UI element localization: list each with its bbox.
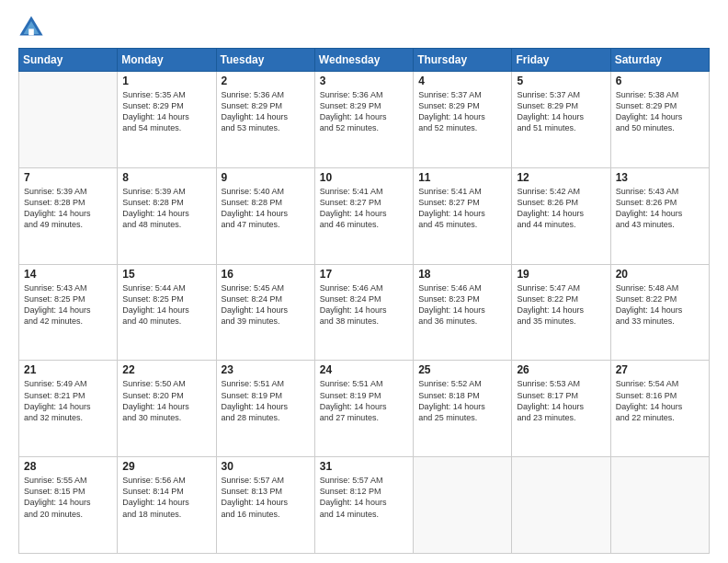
day-number: 15 [122, 268, 210, 281]
day-number: 11 [418, 171, 506, 184]
day-number: 20 [616, 268, 704, 281]
day-number: 29 [122, 460, 210, 473]
day-number: 31 [320, 460, 408, 473]
day-cell: 18Sunrise: 5:46 AM Sunset: 8:23 PM Dayli… [414, 264, 512, 361]
day-number: 4 [418, 75, 506, 87]
day-info: Sunrise: 5:43 AM Sunset: 8:26 PM Dayligh… [616, 186, 704, 231]
day-cell: 2Sunrise: 5:36 AM Sunset: 8:29 PM Daylig… [216, 72, 314, 168]
week-row-2: 14Sunrise: 5:43 AM Sunset: 8:25 PM Dayli… [19, 264, 710, 361]
day-cell: 1Sunrise: 5:35 AM Sunset: 8:29 PM Daylig… [118, 72, 216, 168]
page: SundayMondayTuesdayWednesdayThursdayFrid… [0, 0, 728, 563]
day-info: Sunrise: 5:37 AM Sunset: 8:29 PM Dayligh… [418, 89, 506, 134]
day-number: 10 [320, 171, 408, 184]
day-cell: 25Sunrise: 5:52 AM Sunset: 8:18 PM Dayli… [414, 361, 512, 457]
day-info: Sunrise: 5:41 AM Sunset: 8:27 PM Dayligh… [320, 186, 408, 231]
day-number: 23 [222, 363, 310, 376]
day-cell: 30Sunrise: 5:57 AM Sunset: 8:13 PM Dayli… [216, 457, 314, 554]
day-cell [19, 72, 118, 168]
day-cell: 3Sunrise: 5:36 AM Sunset: 8:29 PM Daylig… [314, 72, 413, 168]
day-cell: 5Sunrise: 5:37 AM Sunset: 8:29 PM Daylig… [512, 72, 610, 168]
week-row-1: 7Sunrise: 5:39 AM Sunset: 8:28 PM Daylig… [19, 167, 710, 264]
day-number: 16 [222, 268, 310, 281]
day-info: Sunrise: 5:51 AM Sunset: 8:19 PM Dayligh… [320, 378, 408, 423]
day-info: Sunrise: 5:56 AM Sunset: 8:14 PM Dayligh… [122, 475, 210, 520]
day-cell: 24Sunrise: 5:51 AM Sunset: 8:19 PM Dayli… [314, 361, 413, 457]
header-cell-friday: Friday [512, 49, 610, 72]
day-info: Sunrise: 5:36 AM Sunset: 8:29 PM Dayligh… [222, 89, 310, 134]
header-row: SundayMondayTuesdayWednesdayThursdayFrid… [19, 49, 710, 72]
day-number: 19 [517, 268, 605, 281]
day-info: Sunrise: 5:37 AM Sunset: 8:29 PM Dayligh… [517, 89, 605, 134]
day-cell: 13Sunrise: 5:43 AM Sunset: 8:26 PM Dayli… [610, 167, 709, 264]
day-number: 27 [616, 363, 704, 376]
day-info: Sunrise: 5:47 AM Sunset: 8:22 PM Dayligh… [517, 282, 605, 327]
day-info: Sunrise: 5:57 AM Sunset: 8:12 PM Dayligh… [320, 475, 408, 520]
day-info: Sunrise: 5:49 AM Sunset: 8:21 PM Dayligh… [24, 378, 112, 423]
day-number: 1 [122, 75, 210, 87]
day-info: Sunrise: 5:35 AM Sunset: 8:29 PM Dayligh… [122, 89, 210, 134]
day-number: 18 [418, 268, 506, 281]
day-cell: 23Sunrise: 5:51 AM Sunset: 8:19 PM Dayli… [216, 361, 314, 457]
day-number: 9 [222, 171, 310, 184]
day-cell: 7Sunrise: 5:39 AM Sunset: 8:28 PM Daylig… [19, 167, 118, 264]
calendar-body: 1Sunrise: 5:35 AM Sunset: 8:29 PM Daylig… [19, 72, 710, 554]
day-info: Sunrise: 5:53 AM Sunset: 8:17 PM Dayligh… [517, 378, 605, 423]
day-info: Sunrise: 5:44 AM Sunset: 8:25 PM Dayligh… [122, 282, 210, 327]
day-info: Sunrise: 5:55 AM Sunset: 8:15 PM Dayligh… [24, 475, 112, 520]
day-number: 30 [222, 460, 310, 473]
svg-rect-2 [28, 29, 34, 35]
day-cell: 12Sunrise: 5:42 AM Sunset: 8:26 PM Dayli… [512, 167, 610, 264]
header [18, 15, 710, 40]
day-info: Sunrise: 5:50 AM Sunset: 8:20 PM Dayligh… [122, 378, 210, 423]
week-row-0: 1Sunrise: 5:35 AM Sunset: 8:29 PM Daylig… [19, 72, 710, 168]
day-cell: 27Sunrise: 5:54 AM Sunset: 8:16 PM Dayli… [610, 361, 709, 457]
day-cell: 17Sunrise: 5:46 AM Sunset: 8:24 PM Dayli… [314, 264, 413, 361]
day-cell [414, 457, 512, 554]
day-info: Sunrise: 5:45 AM Sunset: 8:24 PM Dayligh… [222, 282, 310, 327]
week-row-3: 21Sunrise: 5:49 AM Sunset: 8:21 PM Dayli… [19, 361, 710, 457]
day-cell [512, 457, 610, 554]
day-info: Sunrise: 5:42 AM Sunset: 8:26 PM Dayligh… [517, 186, 605, 231]
day-info: Sunrise: 5:51 AM Sunset: 8:19 PM Dayligh… [222, 378, 310, 423]
day-cell: 29Sunrise: 5:56 AM Sunset: 8:14 PM Dayli… [118, 457, 216, 554]
day-info: Sunrise: 5:52 AM Sunset: 8:18 PM Dayligh… [418, 378, 506, 423]
day-cell [610, 457, 709, 554]
header-cell-sunday: Sunday [19, 49, 118, 72]
day-cell: 9Sunrise: 5:40 AM Sunset: 8:28 PM Daylig… [216, 167, 314, 264]
logo-icon [18, 15, 44, 40]
day-info: Sunrise: 5:46 AM Sunset: 8:23 PM Dayligh… [418, 282, 506, 327]
day-number: 21 [24, 363, 112, 376]
day-info: Sunrise: 5:40 AM Sunset: 8:28 PM Dayligh… [222, 186, 310, 231]
day-cell: 4Sunrise: 5:37 AM Sunset: 8:29 PM Daylig… [414, 72, 512, 168]
calendar-table: SundayMondayTuesdayWednesdayThursdayFrid… [18, 48, 710, 554]
day-number: 6 [616, 75, 704, 87]
day-number: 13 [616, 171, 704, 184]
day-number: 2 [222, 75, 310, 87]
day-cell: 21Sunrise: 5:49 AM Sunset: 8:21 PM Dayli… [19, 361, 118, 457]
day-number: 7 [24, 171, 112, 184]
day-info: Sunrise: 5:36 AM Sunset: 8:29 PM Dayligh… [320, 89, 408, 134]
day-cell: 11Sunrise: 5:41 AM Sunset: 8:27 PM Dayli… [414, 167, 512, 264]
day-info: Sunrise: 5:38 AM Sunset: 8:29 PM Dayligh… [616, 89, 704, 134]
day-number: 3 [320, 75, 408, 87]
day-cell: 31Sunrise: 5:57 AM Sunset: 8:12 PM Dayli… [314, 457, 413, 554]
day-cell: 10Sunrise: 5:41 AM Sunset: 8:27 PM Dayli… [314, 167, 413, 264]
day-number: 12 [517, 171, 605, 184]
calendar-header: SundayMondayTuesdayWednesdayThursdayFrid… [19, 49, 710, 72]
day-cell: 22Sunrise: 5:50 AM Sunset: 8:20 PM Dayli… [118, 361, 216, 457]
day-info: Sunrise: 5:41 AM Sunset: 8:27 PM Dayligh… [418, 186, 506, 231]
day-number: 22 [122, 363, 210, 376]
header-cell-tuesday: Tuesday [216, 49, 314, 72]
day-info: Sunrise: 5:54 AM Sunset: 8:16 PM Dayligh… [616, 378, 704, 423]
day-cell: 15Sunrise: 5:44 AM Sunset: 8:25 PM Dayli… [118, 264, 216, 361]
day-info: Sunrise: 5:39 AM Sunset: 8:28 PM Dayligh… [122, 186, 210, 231]
day-cell: 14Sunrise: 5:43 AM Sunset: 8:25 PM Dayli… [19, 264, 118, 361]
day-info: Sunrise: 5:48 AM Sunset: 8:22 PM Dayligh… [616, 282, 704, 327]
day-number: 5 [517, 75, 605, 87]
day-number: 8 [122, 171, 210, 184]
header-cell-thursday: Thursday [414, 49, 512, 72]
day-cell: 20Sunrise: 5:48 AM Sunset: 8:22 PM Dayli… [610, 264, 709, 361]
day-number: 24 [320, 363, 408, 376]
logo [18, 15, 46, 40]
header-cell-monday: Monday [118, 49, 216, 72]
